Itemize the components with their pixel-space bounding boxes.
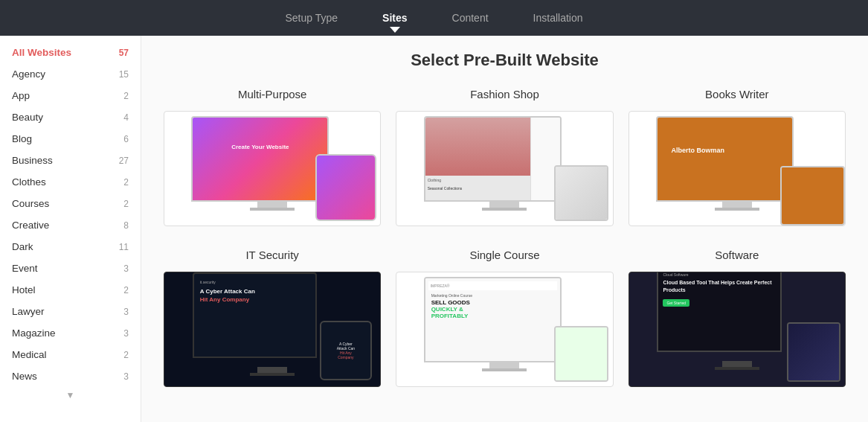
sidebar-label: Event (12, 263, 38, 274)
nav-content[interactable]: Content (452, 9, 489, 27)
sidebar-count: 6 (123, 134, 129, 144)
sidebar-label: Agency (12, 68, 45, 80)
site-preview-software: Cloud Software Cloud Based Tool That Hel… (629, 272, 846, 387)
books-tablet (780, 166, 845, 226)
sidebar-label: Beauty (12, 112, 43, 123)
sidebar-label: Magazine (12, 327, 56, 339)
sidebar-label: Clothes (12, 176, 46, 188)
site-preview-multi-purpose: Create Your Website (164, 111, 381, 226)
sidebar-label: App (12, 90, 30, 101)
sidebar-item-lawyer[interactable]: Lawyer 3 (0, 301, 141, 322)
sidebar-item-all-websites[interactable]: All Websites 57 (0, 42, 141, 63)
site-card-fashion-shop[interactable]: Fashion Shop Clothing Seasonal Collectio… (396, 88, 613, 226)
course-sub-text2: PROFITABLY (431, 313, 554, 319)
sidebar-item-beauty[interactable]: Beauty 4 (0, 106, 141, 128)
monitor-base (250, 373, 295, 376)
sidebar-item-medical[interactable]: Medical 2 (0, 344, 141, 365)
sidebar-label: Medical (12, 349, 47, 360)
sw-tablet (787, 322, 841, 382)
sidebar-item-hotel[interactable]: Hotel 2 (0, 279, 141, 301)
tablet-overlay (554, 165, 608, 221)
sidebar-count: 27 (119, 156, 129, 166)
site-card-it-security[interactable]: IT Security it.security A Cyber Attack C… (164, 249, 381, 387)
sidebar-count: 2 (123, 350, 129, 360)
site-label: Books Writer (705, 88, 769, 100)
sidebar-item-blog[interactable]: Blog 6 (0, 128, 141, 150)
sidebar-item-courses[interactable]: Courses 2 (0, 193, 141, 214)
site-card-books-writer[interactable]: Books Writer Alberto Bowman (629, 88, 846, 226)
monitor-shell: Create Your Website (191, 116, 329, 202)
site-card-multi-purpose[interactable]: Multi-Purpose Create Your Website (164, 88, 381, 226)
sw-title-text: Cloud Based Tool That Helps Create Perfe… (663, 279, 776, 294)
sidebar-count: 3 (123, 328, 129, 339)
course-tablet (554, 326, 608, 382)
main-content: Select Pre-Built Website Multi-Purpose C… (141, 36, 868, 422)
monitor-base (715, 208, 759, 211)
site-preview-books-writer: Alberto Bowman (629, 111, 846, 226)
sidebar-count: 8 (123, 220, 129, 231)
nav-installation[interactable]: Installation (533, 9, 583, 27)
phone-overlay (315, 154, 376, 221)
sidebar-item-creative[interactable]: Creative 8 (0, 214, 141, 236)
scroll-down-arrow[interactable]: ▼ (0, 387, 141, 403)
nav-sites[interactable]: Sites (382, 9, 407, 27)
nav-setup-type[interactable]: Setup Type (285, 9, 338, 27)
sidebar-label: All Websites (12, 47, 71, 58)
sidebar-count: 57 (119, 48, 129, 58)
site-label: Fashion Shop (470, 88, 539, 100)
monitor-stand (489, 362, 519, 368)
sidebar-count: 3 (123, 263, 129, 274)
monitor-base (715, 367, 759, 370)
site-label: Software (715, 249, 759, 261)
sidebar-item-magazine[interactable]: Magazine 3 (0, 322, 141, 344)
site-label: IT Security (245, 249, 298, 261)
sidebar-label: Courses (12, 198, 49, 209)
monitor-stand (489, 202, 519, 208)
monitor-stand (722, 361, 752, 367)
monitor-stand (257, 367, 287, 373)
sidebar: All Websites 57 Agency 15 App 2 Beauty 4… (0, 36, 141, 422)
site-card-single-course[interactable]: Single Course IMPREZA® Marketing Online … (396, 249, 613, 387)
monitor-stand (722, 202, 752, 208)
sidebar-count: 11 (119, 242, 129, 252)
sidebar-item-news[interactable]: News 3 (0, 365, 141, 387)
sidebar-label: News (12, 371, 37, 382)
sidebar-label: Lawyer (12, 306, 45, 317)
it-monitor-shell: it.security A Cyber Attack CanHit Any Co… (193, 272, 318, 358)
sidebar-label: Blog (12, 133, 32, 144)
sidebar-item-event[interactable]: Event 3 (0, 258, 141, 279)
monitor-shell: Clothing Seasonal Collections (424, 116, 562, 202)
site-label: Multi-Purpose (238, 88, 307, 100)
monitor-base (250, 208, 295, 211)
sw-monitor: Cloud Software Cloud Based Tool That Hel… (657, 272, 782, 352)
site-preview-it-security: it.security A Cyber Attack CanHit Any Co… (164, 272, 381, 387)
site-card-software[interactable]: Software Cloud Software Cloud Based Tool… (629, 249, 846, 387)
sidebar-item-agency[interactable]: Agency 15 (0, 63, 141, 85)
sidebar-count: 2 (123, 91, 129, 101)
sites-grid: Multi-Purpose Create Your Website (164, 88, 846, 387)
sidebar-count: 15 (119, 69, 129, 80)
monitor-stand (257, 202, 287, 208)
it-security-text: A Cyber Attack CanHit Any Company (200, 287, 310, 304)
sidebar-item-clothes[interactable]: Clothes 2 (0, 171, 141, 193)
sw-get-started: Get Started (663, 299, 689, 307)
monitor-shell: IMPREZA® Marketing Online Course SELL GO… (424, 277, 562, 362)
site-preview-single-course: IMPREZA® Marketing Online Course SELL GO… (396, 272, 613, 387)
site-label: Single Course (469, 249, 539, 261)
sidebar-count: 2 (123, 285, 129, 295)
sidebar-label: Creative (12, 220, 49, 231)
sidebar-count: 2 (123, 177, 129, 188)
monitor-base (482, 368, 527, 371)
monitor-shell: Alberto Bowman (656, 116, 794, 202)
sidebar-label: Business (12, 155, 53, 166)
main-layout: All Websites 57 Agency 15 App 2 Beauty 4… (0, 36, 868, 422)
monitor-base (482, 208, 527, 211)
it-phone: A CyberAttack CanHit AnyCompany (320, 321, 372, 380)
sidebar-count: 4 (123, 112, 129, 123)
top-navigation: Setup Type Sites Content Installation (0, 0, 868, 36)
sidebar-item-app[interactable]: App 2 (0, 85, 141, 106)
sidebar-count: 3 (123, 371, 129, 382)
sidebar-label: Hotel (12, 284, 36, 295)
sidebar-item-dark[interactable]: Dark 11 (0, 236, 141, 258)
sidebar-item-business[interactable]: Business 27 (0, 150, 141, 171)
